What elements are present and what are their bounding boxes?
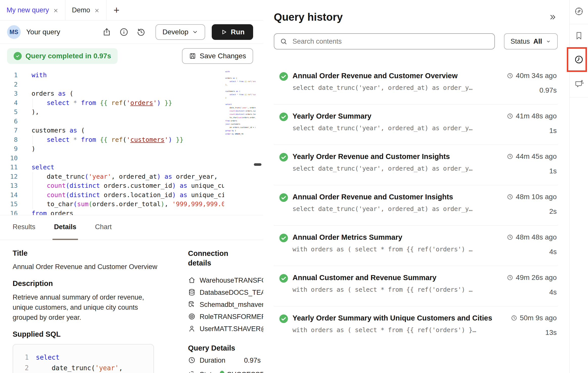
warehouse-icon xyxy=(188,276,196,284)
code-text: select * from {{ ref('customers') }} xyxy=(32,136,183,143)
line-number: 16 xyxy=(0,210,18,215)
history-item-time: 41m 48s ago xyxy=(499,112,557,120)
history-item-sql-preview: with orders as ( select * from {{ ref('o… xyxy=(292,286,499,293)
history-list-item[interactable]: Annual Order Revenue and Customer Overvi… xyxy=(274,64,558,104)
ai-assistant-button[interactable] xyxy=(574,79,584,89)
history-item-sql-preview: select date_trunc('year', ordered_at) as… xyxy=(292,84,499,91)
code-text: date_trunc('year', ordered_at) as order_… xyxy=(36,363,139,373)
code-line: 10 xyxy=(0,154,224,163)
run-button[interactable]: Run xyxy=(212,24,253,40)
sql-code-editor[interactable]: 1with23orders as (4 select * from {{ ref… xyxy=(0,68,263,215)
duration-row: Duration 0.97s xyxy=(188,354,263,366)
editor-tab-2[interactable]: Demo xyxy=(65,0,106,20)
editor-minimap[interactable]: with orders as ( select * from {{ ref('o… xyxy=(225,70,256,146)
line-number: 2 xyxy=(18,363,29,373)
share-button[interactable] xyxy=(101,27,112,37)
double-chevron-right-icon xyxy=(549,13,556,21)
code-line: 16from orders xyxy=(0,209,224,215)
line-number: 5 xyxy=(0,108,18,116)
line-number: 11 xyxy=(0,164,18,171)
history-item-main: Yearly Order Summary with Unique Custome… xyxy=(292,314,499,347)
history-item-sql-preview: select date_trunc('year', ordered_at) as… xyxy=(292,124,499,132)
history-item-main: Annual Order Revenue and Customer Insigh… xyxy=(292,193,499,225)
query-history-panel: Query history Status All Annual Order Re… xyxy=(263,0,569,373)
run-label: Run xyxy=(231,28,245,36)
close-tab-icon[interactable] xyxy=(53,7,59,13)
bookmarks-button[interactable] xyxy=(574,31,584,41)
save-changes-button[interactable]: Save Changes xyxy=(182,48,253,64)
editor-scrollbar-thumb[interactable] xyxy=(254,163,261,166)
history-list-item[interactable]: Annual Order Metrics Summarywith orders … xyxy=(274,226,558,266)
history-item-sql-preview: with orders as ( select * from {{ ref('o… xyxy=(292,326,499,334)
success-check-icon xyxy=(279,72,288,81)
tab-details[interactable]: Details xyxy=(52,215,78,240)
line-number: 13 xyxy=(0,182,18,189)
code-text: orders as ( xyxy=(32,90,73,97)
query-history-rail-button[interactable] xyxy=(574,55,584,65)
history-item-duration: 13s xyxy=(499,329,557,337)
close-tab-icon[interactable] xyxy=(94,7,100,13)
code-text: count(distinct orders.location_id) as un… xyxy=(32,191,224,199)
tab-results[interactable]: Results xyxy=(11,215,37,240)
save-icon xyxy=(189,52,196,60)
warehouse-icon xyxy=(188,276,196,284)
line-number: 2 xyxy=(0,81,18,88)
line-number: 6 xyxy=(0,118,18,125)
query-history-button[interactable] xyxy=(136,27,146,37)
code-line: 14 count(distinct orders.location_id) as… xyxy=(0,191,224,200)
history-item-sql-preview: with orders as ( select * from {{ ref('o… xyxy=(292,246,499,253)
avatar: MS xyxy=(7,25,21,39)
success-check-icon xyxy=(279,234,288,242)
history-item-sql-preview: select date_trunc('year', ordered_at) as… xyxy=(292,205,499,212)
search-input[interactable] xyxy=(274,33,495,49)
clock-icon xyxy=(507,113,513,119)
success-check-icon xyxy=(14,52,22,60)
clock-icon xyxy=(188,356,196,364)
tab-chart[interactable]: Chart xyxy=(94,215,113,240)
code-line: 2 xyxy=(0,80,224,89)
line-number: 15 xyxy=(0,200,18,208)
code-text: count(distinct orders.customer_id) as un… xyxy=(32,182,224,189)
code-line: 5), xyxy=(0,108,224,117)
collapse-panel-button[interactable] xyxy=(548,12,558,22)
history-item-main: Annual Order Revenue and Customer Overvi… xyxy=(292,72,499,104)
info-button[interactable] xyxy=(119,27,129,37)
history-item-sql-preview: select date_trunc('year', ordered_at) as… xyxy=(292,165,499,172)
connection-label: Warehouse xyxy=(200,277,234,284)
connection-row-user: UserMATT.SHAVER@FI xyxy=(188,323,263,335)
code-text: select xyxy=(36,352,60,363)
history-list-item[interactable]: Annual Customer and Revenue Summarywith … xyxy=(274,266,558,306)
history-item-title: Annual Customer and Revenue Summary xyxy=(292,274,499,282)
new-tab-button[interactable]: + xyxy=(106,0,126,20)
history-list-item[interactable]: Yearly Order Revenue and Customer Insigh… xyxy=(274,145,558,185)
explore-compass-button[interactable] xyxy=(574,6,584,16)
editor-tab-1[interactable]: My new query xyxy=(0,0,65,20)
clock-icon xyxy=(507,153,513,160)
result-tab-bar: ResultsDetailsChart xyxy=(0,215,263,240)
query-editor-panel: My new queryDemo+ MS Your query Develop … xyxy=(0,0,263,373)
time-ago-text: 50m 9s ago xyxy=(520,314,557,322)
connection-details-heading: Connection details xyxy=(188,249,249,268)
connection-value: TRANSFORM xyxy=(234,277,263,284)
history-item-title: Yearly Order Summary with Unique Custome… xyxy=(292,314,499,322)
title-label: Title xyxy=(13,249,172,257)
history-list-item[interactable]: Annual Order Revenue and Customer Insigh… xyxy=(274,185,558,226)
success-check-icon xyxy=(279,153,288,162)
history-item-time: 50m 9s ago xyxy=(499,314,557,322)
develop-label: Develop xyxy=(163,28,189,36)
history-item-title: Yearly Order Summary xyxy=(292,112,499,120)
role-icon xyxy=(188,313,196,320)
history-list-item[interactable]: Yearly Order Summaryselect date_trunc('y… xyxy=(274,104,558,145)
status-value: SUCCESSFUL xyxy=(227,371,263,373)
develop-dropdown[interactable]: Develop xyxy=(155,24,205,40)
share-icon xyxy=(102,28,111,37)
history-list-item[interactable]: Yearly Order Summary with Unique Custome… xyxy=(274,306,558,347)
status-filter-dropdown[interactable]: Status All xyxy=(504,33,558,49)
line-number: 14 xyxy=(0,191,18,199)
title-value: Annual Order Revenue and Customer Overvi… xyxy=(13,263,172,271)
search-icon xyxy=(280,38,287,45)
query-status-pill: Query completed in 0.97s xyxy=(7,48,118,64)
clock-icon xyxy=(507,194,513,200)
supplied-sql-box: 1select2 date_trunc('year', ordered_at) … xyxy=(13,344,154,373)
status-success-icon xyxy=(220,371,225,373)
